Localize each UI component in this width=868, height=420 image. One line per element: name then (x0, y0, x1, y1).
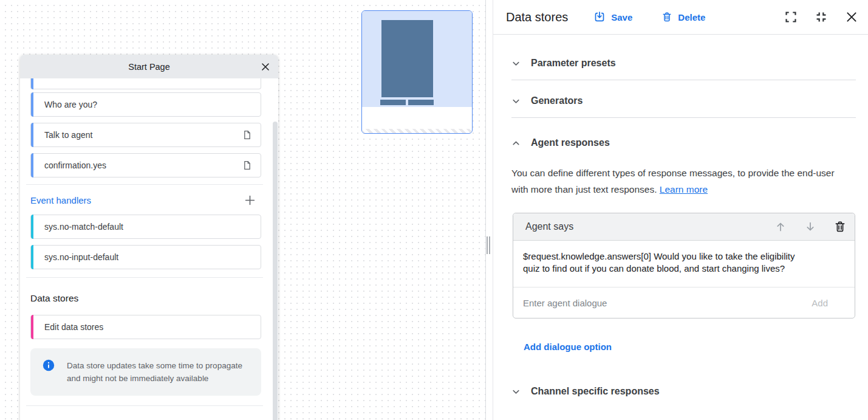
move-down-icon[interactable] (804, 221, 816, 233)
minimap[interactable] (361, 10, 473, 134)
add-button[interactable]: Add (812, 298, 828, 308)
agent-dialogue-input-row: Add (513, 287, 855, 318)
route-card[interactable]: Who are you? (30, 92, 261, 117)
agent-dialogue-text[interactable]: $request.knowledge.answers[0] Would you … (513, 241, 817, 287)
minimap-node-small-1 (380, 100, 406, 105)
section-label: Parameter presets (531, 58, 616, 69)
data-store-color-bar (31, 315, 33, 339)
minimap-node-small-2 (408, 100, 434, 105)
agent-says-title: Agent says (525, 221, 573, 232)
panel-title: Data stores (506, 10, 568, 24)
data-stores-heading: Data stores (30, 293, 261, 305)
page-icon (242, 160, 252, 170)
flow-canvas[interactable]: Start Page Who are you? Talk to agent (0, 0, 493, 420)
data-stores-panel: Data stores Save Delete (493, 0, 868, 420)
route-label: Who are you? (44, 100, 97, 109)
edit-data-stores-label: Edit data stores (44, 322, 103, 332)
agent-dialogue-input[interactable] (523, 298, 812, 308)
add-event-handler-icon[interactable] (245, 195, 255, 205)
route-color-bar (31, 123, 33, 147)
agent-responses-description: You can define different types of respon… (511, 165, 852, 198)
route-label: confirmation.yes (44, 160, 106, 170)
fullscreen-icon[interactable] (784, 10, 798, 24)
section-generators[interactable]: Generators (511, 95, 856, 107)
delete-response-icon[interactable] (834, 221, 846, 233)
delete-label: Delete (678, 12, 705, 22)
route-color-bar (31, 78, 33, 89)
panel-split-divider (485, 0, 486, 420)
save-label: Save (611, 12, 632, 22)
event-handler-label: sys.no-match-default (44, 222, 123, 232)
event-handler-color-bar (31, 245, 33, 269)
divider (26, 277, 263, 278)
save-icon (593, 11, 606, 23)
app: Start Page Who are you? Talk to agent (0, 0, 868, 420)
save-button[interactable]: Save (593, 11, 632, 23)
chevron-up-icon (511, 139, 521, 148)
data-store-info-box: Data store updates take some time to pro… (30, 348, 261, 396)
close-icon[interactable] (845, 10, 858, 24)
minimap-hatch (362, 129, 472, 133)
scrollbar-thumb[interactable] (273, 122, 278, 420)
divider (26, 405, 263, 406)
agent-says-header: Agent says (513, 213, 855, 241)
divider (26, 184, 263, 185)
section-parameter-presets[interactable]: Parameter presets (511, 57, 856, 69)
route-color-bar (31, 92, 33, 117)
route-card[interactable]: confirmation.yes (30, 153, 261, 177)
collapse-icon[interactable] (815, 10, 828, 24)
route-card-partial[interactable] (30, 78, 261, 89)
learn-more-link[interactable]: Learn more (660, 184, 708, 195)
divider (511, 80, 856, 80)
panel-resize-handle[interactable] (487, 236, 491, 254)
route-label: Talk to agent (44, 130, 92, 140)
close-icon[interactable] (259, 61, 272, 73)
window-controls (784, 10, 858, 24)
info-icon (43, 359, 55, 385)
panel-body: Parameter presets Generators Agent respo… (493, 57, 868, 398)
move-up-icon[interactable] (774, 221, 787, 233)
chevron-down-icon (511, 59, 521, 68)
start-page-title: Start Page (128, 62, 170, 72)
agent-says-card: Agent says $request.knowledge.answers[ (513, 213, 855, 318)
trash-icon (661, 12, 672, 22)
panel-header: Data stores Save Delete (493, 0, 868, 35)
section-agent-responses[interactable]: Agent responses (511, 137, 856, 149)
event-handler-color-bar (31, 215, 33, 239)
info-text: Data store updates take some time to pro… (67, 359, 244, 385)
section-channel-specific-responses[interactable]: Channel specific responses (511, 385, 856, 398)
delete-button[interactable]: Delete (661, 12, 705, 22)
start-page-header: Start Page (20, 55, 278, 78)
start-page-body: Who are you? Talk to agent confirmation.… (20, 78, 278, 406)
event-handler-label: sys.no-input-default (44, 252, 118, 262)
divider (511, 117, 856, 118)
route-color-bar (31, 153, 33, 177)
event-handler-card[interactable]: sys.no-match-default (30, 215, 261, 239)
route-card[interactable]: Talk to agent (30, 123, 261, 147)
minimap-node (381, 20, 433, 97)
section-label: Channel specific responses (531, 386, 660, 397)
chevron-down-icon (511, 387, 521, 396)
start-page-panel: Start Page Who are you? Talk to agent (20, 55, 278, 420)
section-label: Generators (531, 95, 583, 106)
page-icon (242, 130, 252, 140)
event-handlers-row: Event handlers (30, 194, 261, 206)
add-dialogue-option-button[interactable]: Add dialogue option (524, 342, 612, 352)
event-handler-card[interactable]: sys.no-input-default (30, 245, 261, 269)
section-label: Agent responses (531, 137, 610, 148)
event-handlers-link[interactable]: Event handlers (30, 195, 91, 205)
chevron-down-icon (511, 97, 521, 106)
edit-data-stores-card[interactable]: Edit data stores (30, 315, 261, 339)
